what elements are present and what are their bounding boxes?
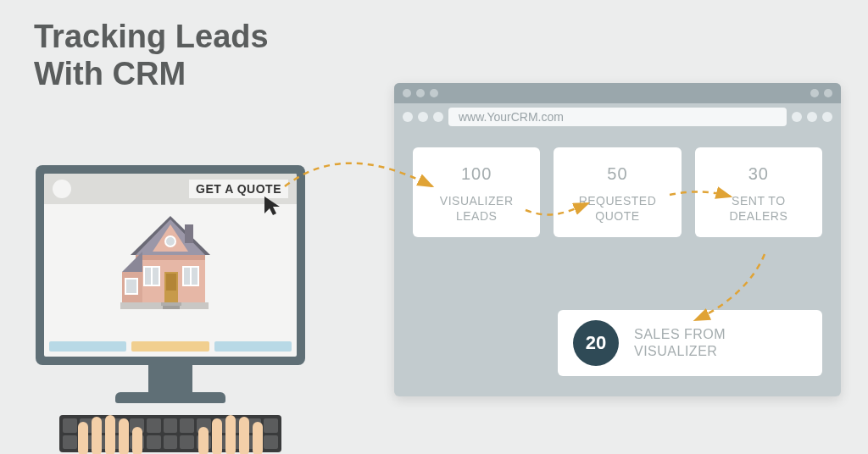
metric-value: 100: [416, 164, 537, 184]
swatch-3: [214, 341, 292, 352]
page-title: Tracking Leads With CRM: [34, 19, 269, 92]
title-line2: With CRM: [34, 56, 186, 91]
sales-badge: 20: [573, 320, 619, 366]
monitor-base: [115, 392, 225, 403]
card-visualizer-leads: 100 VISUALIZER LEADS: [413, 147, 540, 237]
house-icon: [115, 213, 225, 313]
sales-label: SALES FROM VISUALIZER: [634, 326, 726, 360]
window-control-icon: [416, 89, 425, 97]
window-control-icon: [430, 89, 438, 97]
keyboard-area: [59, 415, 281, 454]
metric-label: VISUALIZER LEADS: [416, 194, 537, 224]
svg-rect-17: [161, 302, 181, 306]
swatch-2: [131, 341, 209, 352]
nav-refresh-icon: [433, 112, 443, 122]
url-field[interactable]: www.YourCRM.com: [448, 108, 787, 126]
title-line1: Tracking Leads: [34, 19, 269, 54]
window-control-icon: [810, 89, 819, 97]
svg-rect-18: [163, 306, 180, 309]
sales-value: 20: [586, 332, 606, 354]
nav-extra-icon: [792, 112, 802, 122]
window-control-icon: [824, 89, 832, 97]
svg-marker-19: [264, 197, 280, 215]
monitor-stand: [148, 365, 192, 392]
logo-placeholder-icon: [53, 180, 71, 198]
svg-rect-6: [136, 255, 205, 260]
card-requested-quote: 50 REQUESTED QUOTE: [554, 147, 681, 237]
house-illustration: [44, 204, 297, 313]
nav-back-icon: [403, 112, 413, 122]
url-text: www.YourCRM.com: [459, 110, 564, 124]
metric-value: 30: [698, 164, 819, 184]
get-a-quote-label: GET A QUOTE: [196, 182, 281, 196]
card-sales-from-visualizer: 20 SALES FROM VISUALIZER: [558, 310, 822, 376]
visualizer-swatches: [49, 341, 292, 352]
browser-urlbar: www.YourCRM.com: [394, 103, 841, 130]
nav-extra-icon: [822, 112, 832, 122]
svg-rect-10: [166, 274, 176, 291]
window-control-icon: [403, 89, 411, 97]
cursor-icon: [263, 195, 285, 217]
visualizer-header: GET A QUOTE: [44, 174, 297, 204]
svg-rect-15: [125, 279, 137, 294]
browser-tabbar: [394, 83, 841, 103]
crm-dashboard: 100 VISUALIZER LEADS 50 REQUESTED QUOTE …: [394, 130, 841, 396]
crm-browser-window: www.YourCRM.com 100 VISUALIZER LEADS 50 …: [394, 83, 841, 396]
svg-rect-2: [185, 224, 193, 243]
metric-label: SENT TO DEALERS: [698, 194, 819, 224]
metric-value: 50: [557, 164, 677, 184]
nav-forward-icon: [418, 112, 428, 122]
nav-extra-icon: [807, 112, 817, 122]
keyboard-icon: [59, 415, 281, 452]
metric-label: REQUESTED QUOTE: [557, 194, 677, 224]
monitor-screen: GET A QUOTE: [44, 174, 297, 357]
swatch-1: [49, 341, 126, 352]
metric-card-row: 100 VISUALIZER LEADS 50 REQUESTED QUOTE …: [413, 147, 822, 237]
svg-point-4: [165, 236, 175, 246]
card-sent-to-dealers: 30 SENT TO DEALERS: [695, 147, 822, 237]
